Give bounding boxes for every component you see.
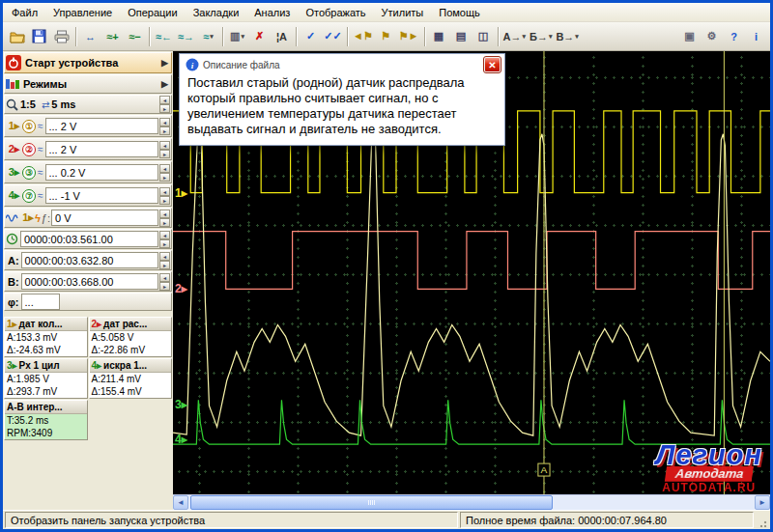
dropdown-arrow-icon[interactable]: ▾ — [549, 33, 553, 41]
stepper-up-button[interactable]: ◂ — [159, 231, 170, 239]
menu-item-help[interactable]: Помощь — [431, 3, 488, 21]
scope-channel-marker-3[interactable]: 3▸ — [175, 398, 188, 411]
measurement-title: Px 1 цил — [19, 360, 60, 371]
stepper-down-button[interactable]: ▸ — [159, 196, 170, 205]
measurement-cell-3[interactable]: 3▸Px 1 цилA:1.985 VΔ:293.7 mV — [4, 358, 88, 399]
settings-button[interactable]: ⚙ — [701, 25, 723, 47]
coupling-icon[interactable]: ≈ — [38, 167, 43, 178]
scrollbar-thumb[interactable] — [190, 495, 553, 510]
scope-channel-marker-2[interactable]: 2▸ — [175, 283, 188, 296]
scrollbar-track[interactable] — [188, 495, 755, 510]
dropdown-arrow-icon[interactable]: ▾ — [210, 33, 214, 41]
stepper-down-button[interactable]: ▸ — [159, 173, 170, 182]
dropdown-arrow-icon[interactable]: ▾ — [522, 33, 526, 41]
about-button[interactable]: i — [745, 25, 767, 47]
stepper-up-button[interactable]: ◂ — [159, 164, 170, 173]
confirm-button[interactable]: ✓ — [300, 25, 322, 47]
coupling-icon[interactable]: ≈ — [38, 190, 43, 201]
time-position-field[interactable]: 0000:00:03.561.00 — [20, 231, 158, 247]
timebase-value[interactable]: 5 ms — [51, 98, 75, 110]
menu-item-file[interactable]: Файл — [4, 3, 45, 21]
probe-icon[interactable]: ① — [22, 120, 36, 133]
list-view-button[interactable]: ▤ — [450, 25, 472, 47]
fit-signal-button[interactable]: ↔ — [79, 25, 101, 47]
probe-icon[interactable]: ⑦ — [22, 189, 36, 203]
signal-next-button[interactable]: ≈→ — [175, 25, 197, 47]
menu-item-operations[interactable]: Операции — [120, 3, 185, 21]
probe-icon[interactable]: ③ — [22, 166, 36, 180]
measurement-value-2: Δ:-24.63 mV — [5, 344, 87, 356]
preset-a-button[interactable]: А→▾ — [501, 25, 528, 47]
stepper-up-button[interactable]: ◂ — [159, 118, 170, 126]
sync-level-field[interactable]: 0 V — [51, 210, 158, 226]
channel-scale-field[interactable]: ... 2 V — [45, 118, 159, 134]
stepper-up-button[interactable]: ◂ — [159, 187, 170, 196]
stepper-down-button[interactable]: ▸ — [159, 239, 170, 248]
stepper-down-button[interactable]: ▸ — [159, 218, 170, 227]
grid-view-button[interactable]: ▦ — [428, 25, 450, 47]
bookmark-next-button[interactable]: ⚑► — [397, 25, 421, 47]
stepper-up-button[interactable]: ◂ — [159, 141, 170, 150]
stepper-down-button[interactable]: ▸ — [159, 282, 170, 291]
coupling-icon[interactable]: ≈ — [38, 121, 43, 131]
cursor-a-field[interactable]: 0000:00:03.632.80 — [21, 252, 158, 268]
probe-icon[interactable]: ② — [22, 143, 36, 156]
stepper-down-button[interactable]: ▸ — [159, 104, 170, 113]
channel-scale-field[interactable]: ... 2 V — [45, 141, 159, 157]
help-button[interactable]: ? — [723, 25, 745, 47]
menu-item-utilities[interactable]: Утилиты — [374, 3, 432, 21]
start-device-button[interactable]: Старт устройства ▶ — [4, 52, 172, 73]
measurement-cell-5[interactable]: A-В интер...T:35.2 msRPM:3409 — [4, 400, 88, 440]
menu-item-control[interactable]: Управление — [45, 3, 120, 21]
horizontal-scrollbar[interactable]: ◄ ► — [173, 494, 770, 510]
split-view-button[interactable]: ◫ — [472, 25, 495, 47]
save-file-button[interactable] — [28, 25, 50, 47]
stepper-down-button[interactable]: ▸ — [159, 150, 170, 158]
stepper-down-button[interactable]: ▸ — [159, 126, 170, 135]
cursor-mode-button[interactable]: ¦A — [271, 25, 293, 47]
zoom-ratio-value[interactable]: 1:5 — [20, 98, 36, 110]
stepper-up-button[interactable]: ◂ — [159, 273, 170, 282]
phase-field[interactable]: ... — [21, 294, 60, 310]
resize-grip[interactable] — [756, 512, 768, 528]
panel-layout-button[interactable]: ▣ — [678, 25, 701, 47]
open-file-button[interactable] — [6, 25, 28, 47]
scope-channel-marker-1[interactable]: 1▸ — [175, 186, 188, 200]
coupling-icon[interactable]: ≈ — [38, 144, 43, 154]
print-button[interactable] — [50, 25, 72, 47]
dropdown-arrow-icon[interactable]: ▾ — [241, 33, 244, 41]
preset-c-button[interactable]: В→▾ — [554, 25, 580, 47]
measurement-cell-2[interactable]: 2▸дат рас...A:5.058 VΔ:-22.86 mV — [89, 317, 173, 357]
stepper-down-button[interactable]: ▸ — [159, 261, 170, 269]
modes-button[interactable]: Режимы ▶ — [4, 74, 172, 94]
dropdown-arrow-icon[interactable]: ▾ — [575, 33, 579, 41]
stepper-up-button[interactable]: ◂ — [159, 210, 170, 218]
cursor-b-field[interactable]: 0000:00:03.668.00 — [21, 273, 158, 290]
bookmark-add-button[interactable]: ⚑ — [375, 25, 397, 47]
measurement-title: дат рас... — [103, 319, 147, 329]
scroll-right-button[interactable]: ► — [755, 495, 770, 510]
menu-item-view[interactable]: Отображать — [298, 3, 373, 21]
signal-prev-button[interactable]: ≈← — [153, 25, 175, 47]
confirm-all-button[interactable]: ✓✓ — [322, 25, 344, 47]
waveform-trace — [173, 232, 770, 290]
bookmark-prev-button[interactable]: ◄⚑ — [351, 25, 375, 47]
close-icon[interactable]: ✕ — [484, 57, 501, 72]
delete-measurement-button[interactable]: ✗ — [248, 25, 271, 47]
stepper-up-button[interactable]: ◂ — [159, 96, 170, 104]
menu-item-analysis[interactable]: Анализ — [246, 3, 298, 21]
oscilloscope-canvas[interactable]: AB1▸2▸3▸4▸ i Описание файла ✕ Поставил с… — [173, 51, 770, 494]
measurements-button[interactable]: ▥▾ — [226, 25, 248, 47]
measurement-cell-4[interactable]: 4▸искра 1...A:211.4 mVΔ:155.4 mV — [89, 358, 173, 399]
measurement-cell-1[interactable]: 1▸дат кол...A:153.3 mVΔ:-24.63 mV — [4, 317, 88, 357]
signal-options-button[interactable]: ≈▾ — [197, 25, 219, 47]
stepper-up-button[interactable]: ◂ — [159, 252, 170, 261]
scroll-left-button[interactable]: ◄ — [173, 495, 188, 510]
channel-scale-field[interactable]: ... -1 V — [45, 187, 159, 204]
menu-item-bookmarks[interactable]: Закладки — [186, 3, 247, 21]
preset-b-button[interactable]: Б→▾ — [528, 25, 554, 47]
scope-channel-marker-4[interactable]: 4▸ — [175, 433, 188, 446]
zoom-time-out-button[interactable]: ≈− — [124, 25, 146, 47]
zoom-time-in-button[interactable]: ≈+ — [101, 25, 124, 47]
channel-scale-field[interactable]: ... 0.2 V — [45, 164, 159, 181]
